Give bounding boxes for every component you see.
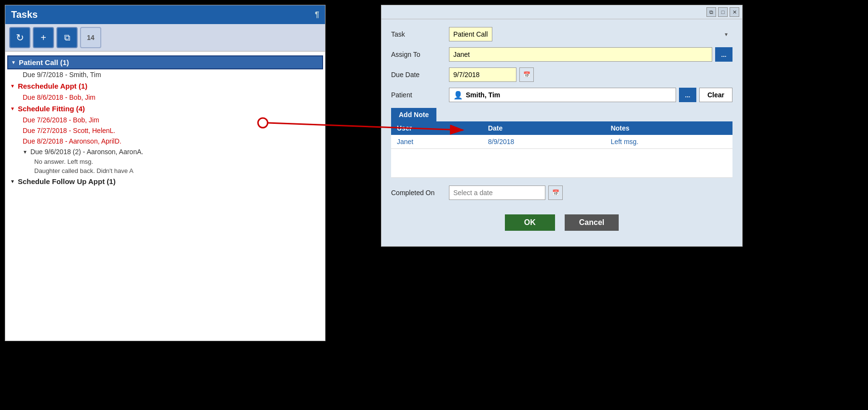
add-task-button[interactable]: + xyxy=(33,27,54,48)
assign-browse-button[interactable]: ... xyxy=(715,47,732,62)
list-item[interactable]: ▼ Due 9/6/2018 (2) - Aaronson, AaronA. xyxy=(7,146,323,157)
pin-icon: ¶ xyxy=(315,11,319,19)
note-text: Left msg. xyxy=(605,135,732,149)
tasks-panel: Tasks ¶ ↻ + ⧉ 14 ▼ Patient Call (1) Due … xyxy=(5,5,326,341)
clear-button[interactable]: Clear xyxy=(699,88,732,102)
list-item[interactable]: Due 7/26/2018 - Bob, Jim xyxy=(7,115,323,125)
maximize-button[interactable]: □ xyxy=(718,7,728,17)
task-note: Daughter called back. Didn't have A xyxy=(7,166,323,175)
tasks-title: Tasks xyxy=(11,9,38,20)
group-label: Schedule Follow Up Appt (1) xyxy=(18,177,116,185)
due-date-calendar-button[interactable]: 📅 xyxy=(519,67,534,82)
task-note: No answer. Left msg. xyxy=(7,157,323,166)
collapse-triangle: ▼ xyxy=(10,106,15,111)
table-row-empty xyxy=(391,149,732,178)
completed-on-row: Completed On 📅 xyxy=(391,185,732,200)
cancel-button[interactable]: Cancel xyxy=(565,214,619,231)
group-patient-call[interactable]: ▼ Patient Call (1) xyxy=(7,55,323,69)
empty-cell xyxy=(482,149,605,178)
due-date-field: 📅 xyxy=(449,67,732,82)
group-label: Patient Call (1) xyxy=(19,58,69,66)
close-icon: ✕ xyxy=(732,9,737,15)
add-note-button[interactable]: Add Note xyxy=(391,108,436,121)
table-row[interactable]: Janet 8/9/2018 Left msg. xyxy=(391,135,732,149)
copy-button[interactable]: ⧉ xyxy=(56,27,78,48)
task-label: Task xyxy=(391,30,449,38)
task-text: Due 8/6/2018 - Bob, Jim xyxy=(23,93,95,101)
calendar-icon: 14 xyxy=(87,34,95,41)
due-date-input[interactable] xyxy=(449,67,516,82)
group-label: Schedule Fitting (4) xyxy=(18,105,85,113)
restore-icon: ⧉ xyxy=(709,9,713,15)
completed-on-input[interactable] xyxy=(449,185,545,200)
ellipsis-icon: ... xyxy=(685,92,691,99)
copy-icon: ⧉ xyxy=(64,33,70,43)
group-reschedule-appt[interactable]: ▼ Reschedule Appt (1) xyxy=(7,80,323,92)
restore-button[interactable]: ⧉ xyxy=(706,7,716,17)
collapse-triangle: ▼ xyxy=(11,60,16,65)
dialog-footer: OK Cancel xyxy=(391,210,732,238)
list-item[interactable]: Due 8/6/2018 - Bob, Jim xyxy=(7,92,323,103)
notes-table-body: Janet 8/9/2018 Left msg. xyxy=(391,135,732,178)
add-note-section: Add Note xyxy=(391,108,732,121)
ok-button[interactable]: OK xyxy=(505,214,555,231)
sub-triangle: ▼ xyxy=(23,149,27,155)
col-notes: Notes xyxy=(605,121,732,135)
close-button[interactable]: ✕ xyxy=(730,7,739,17)
tasks-toolbar: ↻ + ⧉ 14 xyxy=(5,24,325,52)
add-icon: + xyxy=(41,32,46,43)
task-dialog: ⧉ □ ✕ Task Patient Call Assign To xyxy=(381,5,743,247)
assign-to-input[interactable] xyxy=(449,47,712,62)
task-text: Due 9/7/2018 - Smith, Tim xyxy=(23,71,101,79)
patient-icon: 👤 xyxy=(453,91,463,100)
ellipsis-icon: ... xyxy=(721,51,727,58)
completed-calendar-button[interactable]: 📅 xyxy=(548,185,563,200)
calendar-icon: 📅 xyxy=(552,189,559,196)
empty-cell xyxy=(605,149,732,178)
refresh-icon: ↻ xyxy=(16,32,24,43)
calendar-button[interactable]: 14 xyxy=(80,27,101,48)
due-date-label: Due Date xyxy=(391,71,449,79)
maximize-icon: □ xyxy=(721,9,725,15)
patient-row: Patient 👤 Smith, Tim ... Clear xyxy=(391,88,732,102)
assign-to-field: ... xyxy=(449,47,732,62)
tasks-header: Tasks ¶ xyxy=(5,5,325,24)
assign-to-label: Assign To xyxy=(391,51,449,58)
notes-table: User Date Notes Janet 8/9/2018 Left msg. xyxy=(391,121,732,178)
group-label: Reschedule Appt (1) xyxy=(18,82,87,90)
empty-cell xyxy=(391,149,482,178)
completed-on-field: 📅 xyxy=(449,185,732,200)
patient-display: 👤 Smith, Tim xyxy=(449,88,676,102)
group-schedule-fitting[interactable]: ▼ Schedule Fitting (4) xyxy=(7,103,323,115)
patient-label: Patient xyxy=(391,91,449,99)
col-user: User xyxy=(391,121,482,135)
dialog-titlebar: ⧉ □ ✕ xyxy=(381,5,742,19)
due-date-row: Due Date 📅 xyxy=(391,67,732,82)
tasks-list: ▼ Patient Call (1) Due 9/7/2018 - Smith,… xyxy=(5,52,325,341)
task-text: Due 9/6/2018 (2) - Aaronson, AaronA. xyxy=(30,148,143,156)
group-schedule-followup[interactable]: ▼ Schedule Follow Up Appt (1) xyxy=(7,175,323,187)
note-date: 8/9/2018 xyxy=(482,135,605,149)
patient-name: Smith, Tim xyxy=(466,91,500,99)
list-item[interactable]: Due 9/7/2018 - Smith, Tim xyxy=(7,69,323,80)
task-text: Due 7/27/2018 - Scott, HelenL. xyxy=(23,127,115,134)
col-date: Date xyxy=(482,121,605,135)
list-item[interactable]: Due 7/27/2018 - Scott, HelenL. xyxy=(7,125,323,136)
completed-on-label: Completed On xyxy=(391,189,449,197)
refresh-button[interactable]: ↻ xyxy=(9,27,30,48)
patient-browse-button[interactable]: ... xyxy=(679,88,696,102)
assign-to-row: Assign To ... xyxy=(391,47,732,62)
task-row: Task Patient Call xyxy=(391,27,732,41)
task-select-wrapper: Patient Call xyxy=(449,27,732,41)
collapse-triangle: ▼ xyxy=(10,179,15,184)
task-text: Due 8/2/2018 - Aaronson, AprilD. xyxy=(23,137,122,145)
dialog-body: Task Patient Call Assign To ... Due Dat xyxy=(381,19,742,246)
note-user: Janet xyxy=(391,135,482,149)
task-text: Due 7/26/2018 - Bob, Jim xyxy=(23,116,99,124)
list-item[interactable]: Due 8/2/2018 - Aaronson, AprilD. xyxy=(7,136,323,146)
notes-table-header: User Date Notes xyxy=(391,121,732,135)
task-field: Patient Call xyxy=(449,27,732,41)
calendar-icon: 📅 xyxy=(523,71,530,78)
patient-field-wrapper: 👤 Smith, Tim ... Clear xyxy=(449,88,732,102)
task-select[interactable]: Patient Call xyxy=(449,27,492,41)
